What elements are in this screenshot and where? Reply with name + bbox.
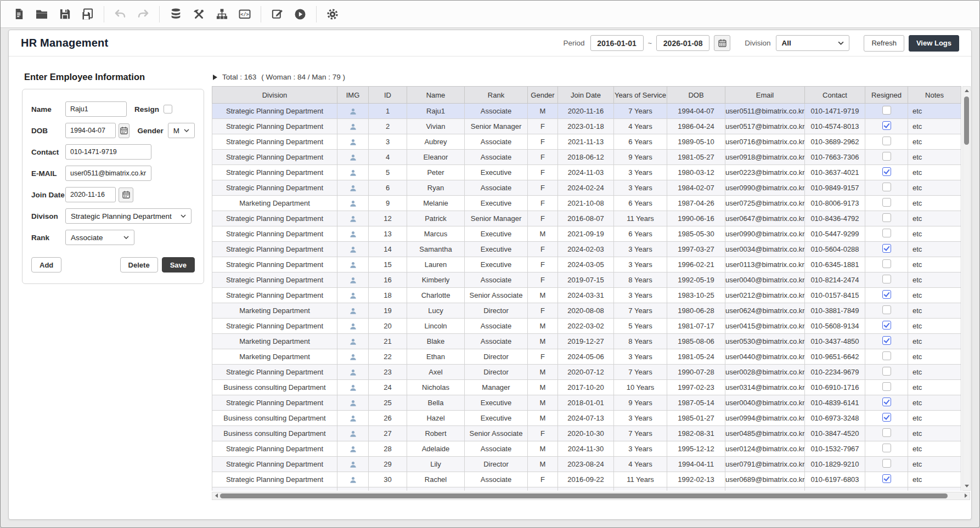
col-id[interactable]: ID [369, 87, 407, 104]
cell-id[interactable]: 20 [369, 319, 407, 334]
table-row[interactable]: Strategic Planning Department 6 Ryan Ass… [212, 180, 961, 196]
cell-name[interactable]: Robert [407, 426, 465, 441]
cell-notes[interactable]: etc [908, 288, 961, 303]
cell-name[interactable]: Ryan [407, 180, 465, 196]
table-row[interactable]: Strategic Planning Department 29 Lily Di… [212, 457, 961, 472]
cell-contact[interactable]: 010-9849-9157 [805, 180, 865, 196]
resigned-checkbox[interactable] [882, 244, 891, 253]
cell-dob[interactable]: 1992-02-13 [667, 472, 725, 487]
cell-gender[interactable]: F [528, 272, 558, 288]
cell-dob[interactable]: 1981-05-24 [667, 349, 725, 365]
cell-contact[interactable]: 010-1471-9719 [805, 104, 865, 119]
resigned-checkbox[interactable] [882, 290, 891, 299]
table-row[interactable]: Strategic Planning Department 2 Vivian S… [212, 119, 961, 134]
cell-dob[interactable]: 1983-10-25 [667, 288, 725, 303]
cell-resigned[interactable] [865, 457, 908, 472]
table-row[interactable]: Strategic Planning Department 13 Marcus … [212, 226, 961, 242]
cell-join-date[interactable]: 2024-05-06 [558, 349, 614, 365]
cell-id[interactable]: 19 [369, 303, 407, 319]
cell-gender[interactable]: F [528, 180, 558, 196]
cell-name[interactable]: Rachel [407, 472, 465, 487]
cell-name[interactable]: Nicholas [407, 380, 465, 395]
cell-id[interactable]: 16 [369, 272, 407, 288]
col-contact[interactable]: Contact [805, 87, 865, 104]
gender-select[interactable]: M [168, 123, 195, 138]
cell-rank[interactable]: Executive [465, 395, 528, 411]
cell-email[interactable]: user0223@bimatrix.co.kr [725, 165, 805, 180]
resigned-checkbox[interactable] [882, 259, 891, 268]
settings-button[interactable] [322, 4, 343, 24]
cell-dob[interactable]: 1981-05-27 [667, 150, 725, 165]
cell-id[interactable]: 4 [369, 150, 407, 165]
cell-rank[interactable]: Director [465, 303, 528, 319]
cell-join-date[interactable]: 2020-11-16 [558, 104, 614, 119]
cell-id[interactable]: 26 [369, 411, 407, 426]
cell-img[interactable] [337, 288, 369, 303]
cell-notes[interactable]: etc [908, 242, 961, 257]
cell-division[interactable]: Marketing Department [212, 334, 337, 349]
period-start-input[interactable] [590, 35, 644, 51]
cell-id[interactable]: 12 [369, 211, 407, 226]
cell-years-of-service[interactable]: 7 Years [614, 303, 667, 319]
resigned-checkbox[interactable] [882, 229, 891, 237]
cell-gender[interactable]: F [528, 349, 558, 365]
cell-division[interactable]: Strategic Planning Department [212, 211, 337, 226]
cell-gender[interactable]: M [528, 334, 558, 349]
cell-dob[interactable]: 1996-02-21 [667, 257, 725, 272]
col-dob[interactable]: DOB [667, 87, 725, 104]
resigned-checkbox[interactable] [882, 428, 891, 437]
cell-img[interactable] [337, 272, 369, 288]
cell-years-of-service[interactable]: 7 Years [614, 365, 667, 380]
cell-img[interactable] [337, 196, 369, 211]
cell-id[interactable]: 24 [369, 380, 407, 395]
cell-resigned[interactable] [865, 441, 908, 457]
resigned-checkbox[interactable] [882, 444, 891, 452]
cell-dob[interactable]: 1980-06-28 [667, 303, 725, 319]
cell-notes[interactable]: etc [908, 119, 961, 134]
cell-email[interactable]: user0716@bimatrix.co.kr [725, 134, 805, 150]
cell-resigned[interactable] [865, 365, 908, 380]
cell-contact[interactable]: 010-8436-4792 [805, 211, 865, 226]
cell-years-of-service[interactable]: 3 Years [614, 257, 667, 272]
cell-email[interactable]: user0994@bimatrix.co.kr [725, 411, 805, 426]
cell-contact[interactable]: 010-1532-7967 [805, 441, 865, 457]
table-row[interactable]: Marketing Department 19 Lucy Director F … [212, 303, 961, 319]
cell-years-of-service[interactable]: 11 Years [614, 211, 667, 226]
cell-years-of-service[interactable]: 3 Years [614, 288, 667, 303]
cell-img[interactable] [337, 211, 369, 226]
cell-rank[interactable]: Senior Manager [465, 119, 528, 134]
cell-notes[interactable]: etc [908, 441, 961, 457]
cell-name[interactable]: Kimberly [407, 272, 465, 288]
cell-img[interactable] [337, 242, 369, 257]
cell-email[interactable]: user0485@bimatrix.co.kr [725, 426, 805, 441]
cell-rank[interactable]: Manager [465, 380, 528, 395]
resign-checkbox[interactable] [164, 105, 172, 113]
cell-gender[interactable]: M [528, 226, 558, 242]
cell-resigned[interactable] [865, 180, 908, 196]
cell-img[interactable] [337, 426, 369, 441]
scroll-down-arrow[interactable] [965, 482, 969, 490]
cell-years-of-service[interactable]: 4 Years [614, 119, 667, 134]
cell-name[interactable]: Blake [407, 334, 465, 349]
cell-name[interactable]: Ethan [407, 349, 465, 365]
cell-contact[interactable]: 010-6197-6803 [805, 472, 865, 487]
resigned-checkbox[interactable] [882, 167, 891, 176]
cell-resigned[interactable] [865, 472, 908, 487]
cell-email[interactable]: user0028@bimatrix.co.kr [725, 365, 805, 380]
cell-rank[interactable]: Senior Associate [465, 426, 528, 441]
period-calendar-button[interactable] [714, 35, 730, 51]
col-years-of-service[interactable]: Years of Service [614, 87, 667, 104]
cell-contact[interactable]: 010-5608-9134 [805, 319, 865, 334]
cell-resigned[interactable] [865, 349, 908, 365]
cell-email[interactable]: user0791@bimatrix.co.kr [725, 457, 805, 472]
table-row[interactable]: Strategic Planning Department 28 Adelaid… [212, 441, 961, 457]
cell-img[interactable] [337, 395, 369, 411]
cell-notes[interactable]: etc [908, 365, 961, 380]
col-img[interactable]: IMG [337, 87, 369, 104]
cell-img[interactable] [337, 349, 369, 365]
delete-button[interactable]: Delete [120, 257, 158, 272]
cell-division[interactable]: Business consulting Department [212, 411, 337, 426]
cell-notes[interactable]: etc [908, 150, 961, 165]
cell-dob[interactable]: 1987-05-14 [667, 395, 725, 411]
cell-contact[interactable]: 010-3847-4520 [805, 426, 865, 441]
